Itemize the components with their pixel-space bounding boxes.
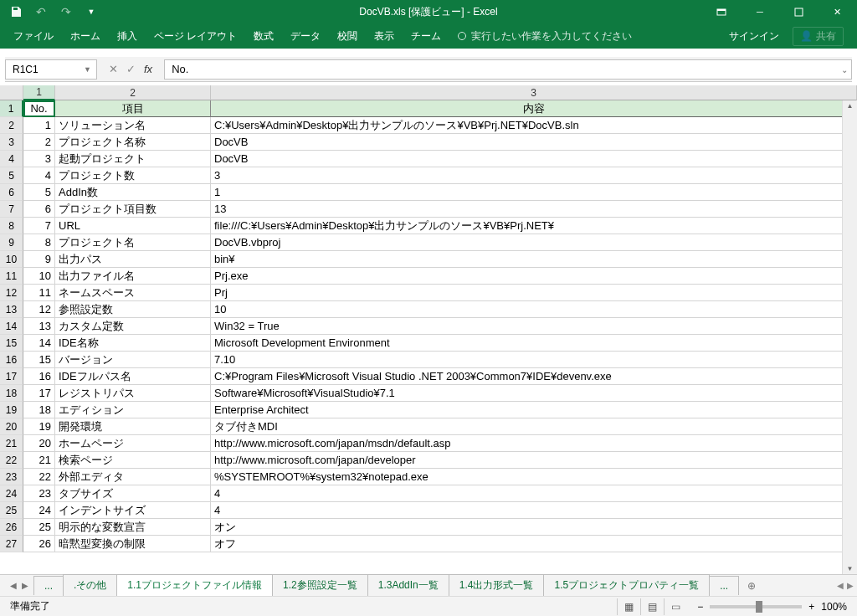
cell-no[interactable]: 1: [23, 117, 55, 134]
sheet-tab[interactable]: 1.5プロジェクトプロパティ一覧: [543, 574, 710, 597]
cell-key[interactable]: 暗黙型変換の制限: [55, 536, 211, 552]
cell-no[interactable]: 23: [23, 485, 55, 502]
confirm-formula-icon[interactable]: ✓: [126, 63, 136, 75]
cell-no[interactable]: 12: [23, 301, 55, 318]
cell-value[interactable]: 13: [211, 201, 857, 218]
row-header[interactable]: 13: [0, 301, 23, 318]
cell-value[interactable]: C:¥Program Files¥Microsoft Visual Studio…: [211, 368, 857, 385]
page-layout-view-icon[interactable]: ▤: [640, 598, 664, 615]
tab-team[interactable]: チーム: [411, 29, 441, 44]
cell-no[interactable]: 18: [23, 402, 55, 418]
cell-value[interactable]: DocVB: [211, 134, 857, 151]
close-button[interactable]: ✕: [819, 0, 855, 23]
tabs-hscroll[interactable]: ◀▶: [837, 581, 854, 590]
sheet-tab[interactable]: 1.3AddIn一覧: [367, 574, 449, 597]
cell-key[interactable]: プロジェクト名: [55, 234, 211, 251]
chevron-down-icon[interactable]: ▼: [84, 65, 91, 74]
cell-key[interactable]: IDE名称: [55, 335, 211, 352]
cell-no[interactable]: 14: [23, 335, 55, 352]
cell-key[interactable]: プロジェクト名称: [55, 134, 211, 151]
cell-key[interactable]: 検索ページ: [55, 452, 211, 469]
tab-home[interactable]: ホーム: [70, 29, 100, 44]
grid[interactable]: 1 2 3 1 No. 項目 内容 2 1 ソリューション名 C:¥Users¥…: [0, 85, 857, 574]
cell-key[interactable]: レジストリパス: [55, 385, 211, 402]
cell-value[interactable]: Prj: [211, 285, 857, 301]
cell-key[interactable]: 出力パス: [55, 251, 211, 268]
cell-value[interactable]: DocVB.vbproj: [211, 234, 857, 251]
cell-value[interactable]: DocVB: [211, 151, 857, 167]
zoom-in-button[interactable]: +: [808, 601, 814, 613]
sheet-tab[interactable]: .その他: [63, 574, 117, 597]
cell-no[interactable]: 19: [23, 418, 55, 435]
cell-value[interactable]: Microsoft Development Environment: [211, 335, 857, 352]
cell-value[interactable]: http://www.microsoft.com/japan/msdn/defa…: [211, 435, 857, 452]
cell-key[interactable]: ソリューション名: [55, 117, 211, 134]
row-header[interactable]: 4: [0, 151, 23, 167]
row-header[interactable]: 18: [0, 385, 23, 402]
share-button[interactable]: 👤共有: [793, 27, 844, 46]
row-header[interactable]: 22: [0, 452, 23, 469]
sheet-tab-nav[interactable]: ◀▶: [5, 581, 33, 590]
row-header[interactable]: 26: [0, 519, 23, 536]
col-header-1[interactable]: 1: [23, 85, 55, 100]
tab-view[interactable]: 表示: [374, 29, 394, 44]
tell-me-search[interactable]: 実行したい作業を入力してください: [458, 29, 632, 44]
cell-no[interactable]: 20: [23, 435, 55, 452]
cell-no[interactable]: 10: [23, 268, 55, 285]
cell-key[interactable]: プロジェクト項目数: [55, 201, 211, 218]
zoom-slider[interactable]: [710, 605, 802, 608]
sheet-tab-ellipsis[interactable]: ...: [33, 576, 64, 595]
sign-in-link[interactable]: サインイン: [729, 29, 779, 44]
col-header-3[interactable]: 3: [211, 85, 857, 100]
cell-key[interactable]: プロジェクト数: [55, 167, 211, 184]
row-header[interactable]: 12: [0, 285, 23, 301]
row-header[interactable]: 20: [0, 418, 23, 435]
row-header[interactable]: 2: [0, 117, 23, 134]
cell-value[interactable]: %SYSTEMROOT%¥system32¥notepad.exe: [211, 469, 857, 485]
cell-no[interactable]: 13: [23, 318, 55, 335]
cancel-formula-icon[interactable]: ✕: [109, 63, 118, 75]
cell-key[interactable]: 開発環境: [55, 418, 211, 435]
cell-value[interactable]: Prj.exe: [211, 268, 857, 285]
sheet-tab-ellipsis-right[interactable]: ...: [709, 576, 739, 595]
hscroll-right-icon[interactable]: ▶: [847, 581, 854, 590]
new-sheet-button[interactable]: ⊕: [743, 580, 760, 592]
tab-data[interactable]: データ: [290, 29, 321, 44]
cell-value[interactable]: タブ付きMDI: [211, 418, 857, 435]
cell-key[interactable]: バージョン: [55, 352, 211, 368]
row-header[interactable]: 19: [0, 402, 23, 418]
tab-review[interactable]: 校閲: [337, 29, 357, 44]
cell-no[interactable]: 15: [23, 352, 55, 368]
row-header[interactable]: 25: [0, 502, 23, 519]
select-all-triangle[interactable]: [0, 85, 23, 100]
cell-value[interactable]: 3: [211, 167, 857, 184]
cell-value[interactable]: 4: [211, 502, 857, 519]
qat-dropdown-icon[interactable]: ▼: [84, 4, 99, 19]
cell-value[interactable]: file:///C:¥Users¥Admin¥Desktop¥出力サンプルのソー…: [211, 218, 857, 234]
row-header[interactable]: 14: [0, 318, 23, 335]
cell-no[interactable]: 16: [23, 368, 55, 385]
formula-input[interactable]: No.⌄: [164, 59, 852, 80]
cell-value[interactable]: 7.10: [211, 352, 857, 368]
page-break-view-icon[interactable]: ▭: [664, 598, 687, 615]
cell-key[interactable]: エディション: [55, 402, 211, 418]
row-header[interactable]: 24: [0, 485, 23, 502]
row-header[interactable]: 15: [0, 335, 23, 352]
zoom-out-button[interactable]: −: [697, 601, 703, 613]
row-header[interactable]: 27: [0, 536, 23, 552]
cell-no[interactable]: 9: [23, 251, 55, 268]
header-content[interactable]: 内容: [211, 100, 857, 117]
cell-key[interactable]: AddIn数: [55, 184, 211, 201]
tab-pagelayout[interactable]: ページ レイアウト: [154, 29, 237, 44]
cell-no[interactable]: 6: [23, 201, 55, 218]
cell-value[interactable]: bin¥: [211, 251, 857, 268]
row-header[interactable]: 3: [0, 134, 23, 151]
undo-icon[interactable]: ↶: [33, 4, 49, 19]
cell-key[interactable]: 外部エディタ: [55, 469, 211, 485]
save-icon[interactable]: [8, 4, 23, 19]
cell-key[interactable]: 出力ファイル名: [55, 268, 211, 285]
cell-value[interactable]: 4: [211, 485, 857, 502]
cell-no[interactable]: 7: [23, 218, 55, 234]
cell-no[interactable]: 21: [23, 452, 55, 469]
cell-value[interactable]: Enterprise Architect: [211, 402, 857, 418]
